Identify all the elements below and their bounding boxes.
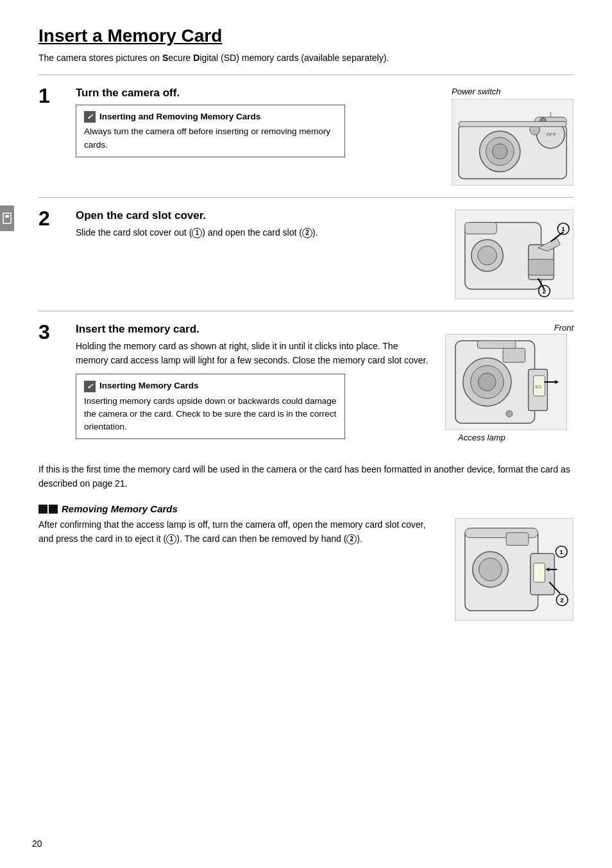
step-2-camera-image: 1 2: [455, 209, 574, 299]
step-2-heading: Open the card slot cover.: [76, 209, 442, 222]
step-3-image-area: Front 4G: [445, 323, 574, 442]
svg-point-33: [506, 411, 513, 417]
circled-1-removing: 1: [166, 534, 176, 544]
step-1-number: 1: [38, 84, 63, 108]
svg-rect-34: [477, 341, 515, 349]
removing-text: After confirming that the access lamp is…: [38, 518, 436, 546]
circled-2-removing: 2: [346, 534, 357, 544]
removing-section: Removing Memory Cards After confirming t…: [38, 503, 574, 621]
svg-point-28: [478, 373, 496, 391]
step-1-note-title: ✓ Inserting and Removing Memory Cards: [84, 110, 337, 123]
svg-text:1: 1: [561, 225, 565, 232]
step-2-text: Slide the card slot cover out (1) and op…: [76, 226, 442, 240]
step-2-image: 1 2: [455, 209, 574, 299]
page-number: 20: [32, 838, 42, 849]
svg-text:1: 1: [559, 549, 563, 556]
svg-text:2: 2: [543, 288, 547, 295]
step-3-note: ✓ Inserting Memory Cards Inserting memor…: [76, 374, 345, 439]
removing-body: After confirming that the access lamp is…: [38, 518, 574, 621]
page-title: Insert a Memory Card: [38, 26, 574, 46]
step-3-number: 3: [38, 320, 63, 344]
step-3-camera-image: 4G: [445, 334, 567, 430]
step-3-note-title: ✓ Inserting Memory Cards: [84, 379, 337, 392]
note-icon-1: ✓: [84, 111, 96, 123]
step-2-camera-svg: 1 2: [455, 209, 573, 299]
removing-image: 1 2: [455, 518, 574, 621]
svg-rect-40: [534, 563, 545, 582]
step-1-section: 1 Turn the camera off. ✓ Inserting and R…: [38, 74, 574, 197]
step-2-content: Open the card slot cover. Slide the card…: [76, 209, 442, 247]
svg-point-38: [479, 559, 502, 582]
step-3-heading: Insert the memory card.: [76, 323, 432, 336]
bottom-paragraph: If this is the first time the memory car…: [38, 463, 574, 490]
step-2-number: 2: [38, 207, 63, 230]
step-1-heading: Turn the camera off.: [76, 87, 439, 100]
svg-marker-32: [555, 380, 559, 384]
step-1-content: Turn the camera off. ✓ Inserting and Rem…: [76, 87, 439, 157]
subtitle: The camera stores pictures on Secure Dig…: [38, 53, 574, 63]
svg-text:OFF: OFF: [546, 132, 556, 137]
svg-rect-19: [529, 259, 554, 275]
step-3-note-text: Inserting memory cards upside down or ba…: [84, 395, 337, 434]
step-3-section: 3 Insert the memory card. Holding the me…: [38, 311, 574, 454]
removing-icon: [38, 505, 58, 514]
removing-camera-image: 1 2: [455, 518, 574, 621]
step-3-content: Insert the memory card. Holding the memo…: [76, 323, 432, 439]
svg-rect-1: [5, 215, 9, 218]
step-3-text: Holding the memory card as shown at righ…: [76, 340, 432, 367]
circled-1-step2: 1: [192, 228, 202, 238]
step-1-camera-image: OFF: [452, 99, 574, 186]
svg-text:4G: 4G: [535, 384, 542, 390]
step-2-section: 2 Open the card slot cover. Slide the ca…: [38, 197, 574, 311]
svg-rect-0: [3, 213, 11, 223]
note-icon-3: ✓: [84, 381, 96, 392]
step-1-note-text: Always turn the camera off before insert…: [84, 125, 337, 152]
svg-text:2: 2: [560, 597, 564, 604]
step-1-camera-svg: OFF: [452, 99, 573, 186]
step-3-camera-svg: 4G: [446, 334, 566, 430]
step-3-front-label: Front: [554, 323, 574, 333]
svg-point-23: [478, 246, 497, 265]
removing-title: Removing Memory Cards: [38, 503, 574, 514]
step-3-access-label: Access lamp: [458, 433, 506, 442]
circled-2-step2: 2: [302, 228, 312, 238]
svg-rect-24: [465, 223, 497, 234]
step-1-note: ✓ Inserting and Removing Memory Cards Al…: [76, 105, 345, 157]
step-1-image: Power switch OFF: [452, 87, 574, 186]
svg-point-5: [492, 144, 507, 159]
step-1-image-label: Power switch: [452, 87, 501, 96]
svg-rect-47: [506, 533, 529, 546]
removing-camera-svg: 1 2: [455, 518, 573, 621]
sidebar-tab: [0, 205, 14, 231]
svg-rect-35: [503, 349, 525, 363]
svg-rect-14: [459, 121, 566, 126]
